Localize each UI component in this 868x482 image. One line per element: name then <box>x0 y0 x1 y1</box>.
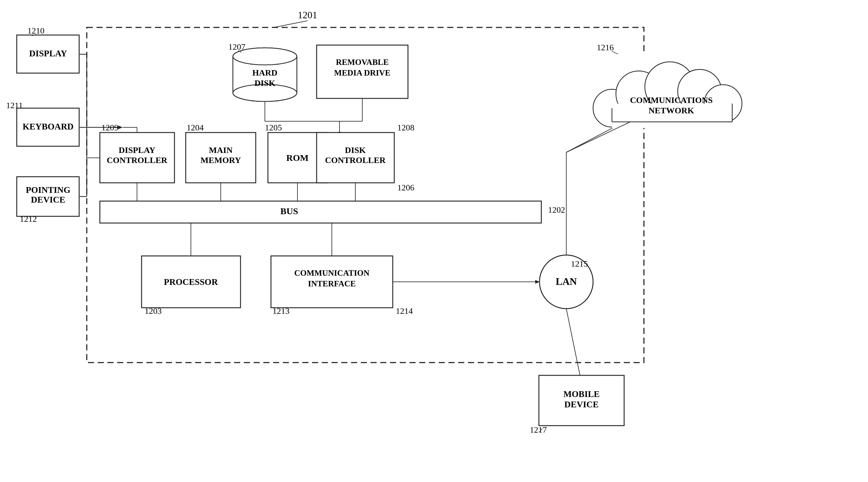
mobile-text-2: DEVICE <box>564 399 599 409</box>
label-1209: 1209 <box>101 123 118 132</box>
main-mem-text-2: MEMORY <box>200 155 241 165</box>
comm-net-text-2: NETWORK <box>649 106 694 115</box>
label-1205: 1205 <box>265 123 282 132</box>
label-1204: 1204 <box>187 123 204 132</box>
removable-text-2: MEDIA DRIVE <box>334 68 390 77</box>
label-1214: 1214 <box>396 306 413 316</box>
comm-network-cloud <box>591 52 742 128</box>
display-ctrl-text-1: DISPLAY <box>119 145 155 155</box>
diagram-container: 1201 DISPLAY 1210 KEYBOARD 1211 POINTING… <box>0 0 868 482</box>
label-1213: 1213 <box>273 306 289 316</box>
label-1210: 1210 <box>27 26 44 35</box>
label-1217: 1217 <box>530 425 547 434</box>
disk-ctrl-text-1: DISK <box>345 145 366 155</box>
bus-box-main <box>100 201 541 223</box>
comm-iface-text-2: INTERFACE <box>308 279 355 288</box>
mobile-text-1: MOBILE <box>563 389 599 399</box>
keyboard-text: KEYBOARD <box>23 121 74 131</box>
main-mem-text-1: MAIN <box>209 145 232 155</box>
label-1208: 1208 <box>397 123 414 132</box>
label-1216: 1216 <box>597 42 614 52</box>
removable-text-1: REMOVABLE <box>336 58 389 67</box>
label-1201: 1201 <box>298 9 317 21</box>
pointing-text-2: DEVICE <box>31 195 65 204</box>
label-1211: 1211 <box>6 101 23 110</box>
comm-net-text-1: COMMUNICATIONS <box>630 95 713 105</box>
disk-ctrl-text-2: CONTROLLER <box>325 155 386 165</box>
label-1212: 1212 <box>20 214 37 224</box>
hard-disk-text-1: HARD <box>252 68 277 77</box>
hard-disk-text-2: DISK <box>254 78 276 88</box>
label-1203: 1203 <box>145 306 162 316</box>
display-text: DISPLAY <box>29 49 67 58</box>
label-1207: 1207 <box>228 42 245 52</box>
pointing-text-1: POINTING <box>26 185 71 195</box>
rom-text: ROM <box>286 153 308 163</box>
display-ctrl-text-2: CONTROLLER <box>106 155 167 165</box>
processor-text: PROCESSOR <box>164 277 218 287</box>
comm-iface-text-1: COMMUNICATION <box>294 268 370 278</box>
bus-text: BUS <box>280 206 298 216</box>
label-1215: 1215 <box>571 259 588 268</box>
label-1206: 1206 <box>397 183 414 192</box>
lan-text: LAN <box>556 276 577 287</box>
label-1202: 1202 <box>548 205 565 215</box>
